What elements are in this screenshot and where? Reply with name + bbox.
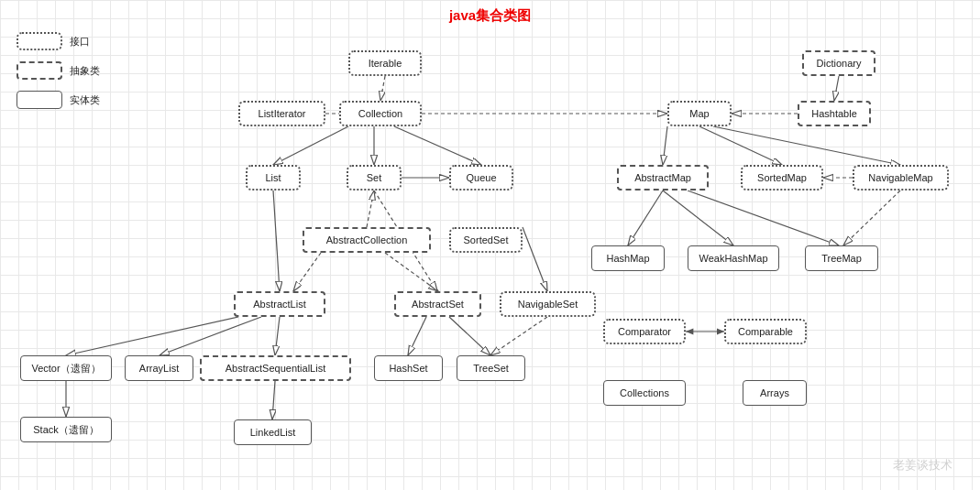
node-collection: Collection: [339, 101, 422, 126]
svg-line-18: [449, 317, 490, 355]
node-comparator: Comparator: [603, 319, 686, 344]
node-navigablemap: NavigableMap: [853, 165, 949, 191]
node-arrays: Arrays: [743, 380, 807, 406]
svg-line-6: [367, 191, 374, 227]
legend-interface: 接口: [17, 32, 100, 50]
svg-line-0: [380, 76, 385, 101]
svg-line-26: [713, 126, 900, 165]
svg-line-30: [663, 191, 733, 245]
node-hashtable: Hashtable: [798, 101, 871, 126]
node-abstractsequentiallist: AbstractSequentialList: [200, 355, 351, 381]
node-abstractmap: AbstractMap: [617, 165, 709, 191]
node-navigableset: NavigableSet: [500, 291, 596, 317]
node-queue: Queue: [449, 165, 513, 191]
node-abstractlist: AbstractList: [234, 291, 325, 317]
node-treeset: TreeSet: [457, 355, 525, 381]
watermark: 老姜谈技术: [893, 457, 952, 474]
node-map: Map: [667, 101, 732, 126]
svg-line-14: [275, 317, 280, 355]
node-weakhashmap: WeakHashMap: [688, 245, 779, 271]
svg-line-2: [273, 126, 348, 165]
node-stack: Stack（遗留）: [20, 417, 112, 442]
svg-line-28: [843, 191, 900, 245]
svg-line-11: [385, 253, 438, 291]
node-list: List: [246, 165, 301, 191]
node-collections: Collections: [603, 380, 686, 406]
node-sortedmap: SortedMap: [741, 165, 823, 191]
svg-line-16: [66, 317, 238, 355]
node-set: Set: [347, 165, 402, 191]
legend-abstract: 抽象类: [17, 61, 100, 80]
node-hashmap: HashMap: [591, 245, 665, 271]
node-iterable: Iterable: [348, 50, 422, 76]
svg-line-25: [699, 126, 782, 165]
legend-concrete-box: [17, 91, 62, 109]
svg-line-15: [160, 317, 261, 355]
legend-interface-label: 接口: [70, 35, 90, 49]
svg-line-7: [367, 191, 374, 227]
svg-line-17: [408, 317, 426, 355]
node-listiterator: ListIterator: [238, 101, 325, 126]
node-hashset: HashSet: [374, 355, 443, 381]
node-arraylist: ArrayList: [125, 355, 193, 381]
svg-line-31: [688, 191, 839, 245]
legend-abstract-label: 抽象类: [70, 64, 100, 78]
legend-interface-box: [17, 32, 62, 50]
node-sortedset: SortedSet: [449, 227, 523, 253]
diagram-title: java集合类图: [449, 7, 531, 25]
node-abstractcollection: AbstractCollection: [303, 227, 431, 253]
legend-concrete: 实体类: [17, 91, 100, 109]
svg-line-10: [293, 253, 321, 291]
node-linkedlist: LinkedList: [234, 419, 312, 445]
legend-concrete-label: 实体类: [70, 93, 100, 107]
legend: 接口 抽象类 实体类: [17, 32, 100, 120]
svg-line-13: [523, 227, 547, 291]
svg-line-20: [272, 381, 275, 419]
node-dictionary: Dictionary: [802, 50, 875, 76]
svg-line-9: [273, 191, 280, 291]
node-abstractset: AbstractSet: [394, 291, 481, 317]
svg-line-19: [490, 317, 547, 355]
legend-abstract-box: [17, 61, 62, 80]
svg-line-4: [394, 126, 481, 165]
svg-line-24: [663, 126, 667, 165]
node-treemap: TreeMap: [805, 245, 878, 271]
diagram: java集合类图 接口 抽象类 实体类: [0, 0, 980, 490]
node-vector: Vector（遗留）: [20, 355, 112, 381]
svg-line-22: [834, 76, 839, 101]
svg-line-29: [628, 191, 663, 245]
node-comparable: Comparable: [724, 319, 807, 344]
